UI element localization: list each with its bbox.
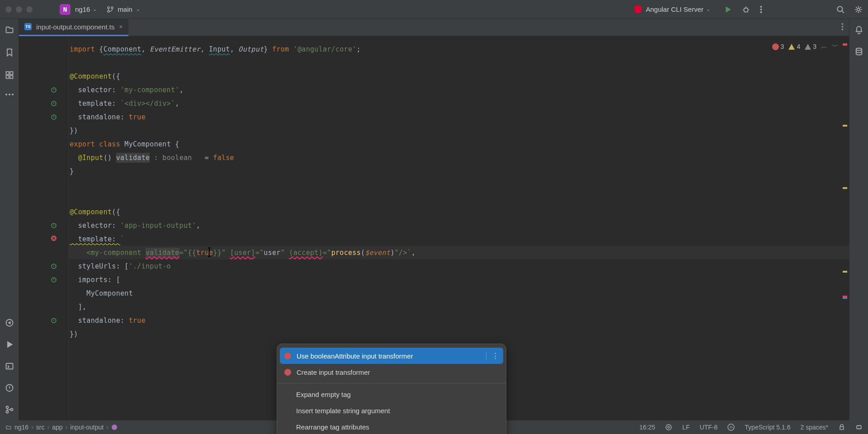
svg-point-8 (857, 8, 860, 11)
breadcrumb-item[interactable]: ng16 (5, 424, 28, 431)
error-gutter-icon[interactable] (51, 235, 57, 243)
svg-rect-17 (6, 363, 13, 369)
minimize-window[interactable] (16, 6, 22, 13)
bookmarks-tool-icon[interactable] (5, 48, 14, 57)
warning-icon (788, 44, 795, 50)
usages-icon[interactable] (51, 317, 57, 324)
project-name: ng16 (75, 5, 90, 13)
svg-rect-10 (10, 72, 13, 75)
svg-point-5 (760, 9, 762, 10)
submenu-icon[interactable]: ⋮ (486, 352, 499, 360)
breadcrumb-item[interactable]: input-output (70, 424, 104, 431)
editor-tab[interactable]: TS input-output.component.ts × (19, 19, 128, 36)
prev-highlight-icon[interactable]: ︿ (821, 42, 827, 51)
status-time: 16:25 (639, 424, 655, 431)
code-class: MyComponent (124, 140, 175, 148)
usages-icon[interactable] (51, 100, 57, 107)
svg-rect-11 (6, 75, 9, 78)
svg-point-36 (668, 426, 670, 428)
error-count: 3 (781, 43, 784, 50)
next-highlight-icon[interactable]: ﹀ (832, 42, 838, 51)
more-icon[interactable] (760, 5, 762, 14)
vcs-tool-icon[interactable] (5, 405, 14, 414)
notifications-icon[interactable] (854, 25, 863, 34)
code-identifier: Component (104, 45, 142, 53)
settings-icon[interactable] (854, 5, 863, 14)
more-tools-icon[interactable] (5, 93, 14, 96)
svg-point-22 (842, 23, 844, 25)
intention-action-item[interactable]: Expand empty tag (277, 386, 506, 402)
close-tab-icon[interactable]: × (119, 23, 123, 30)
inspection-widget[interactable]: 3 4 3 ︿ ﹀ (772, 42, 838, 51)
intention-action-item[interactable]: Insert template string argument (277, 402, 506, 419)
breadcrumb-item[interactable]: app (52, 424, 62, 431)
chevron-right-icon: › (31, 424, 33, 431)
svg-rect-38 (840, 427, 844, 429)
menu-item-label: Expand empty tag (296, 391, 351, 398)
code-identifier: EventEmitter (150, 45, 200, 53)
database-tool-icon[interactable] (854, 47, 863, 56)
branch-selector[interactable]: main ⌄ (107, 5, 140, 13)
usages-icon[interactable] (51, 263, 57, 269)
run-tool-icon[interactable] (5, 340, 14, 349)
usages-icon[interactable] (51, 87, 57, 93)
left-tool-rail (0, 19, 19, 420)
problems-tool-icon[interactable] (5, 383, 14, 392)
project-selector[interactable]: ng16 ⌄ (75, 5, 97, 13)
inferred-type: : boolean (150, 154, 200, 162)
breadcrumb-item[interactable]: src (36, 424, 45, 431)
ts-service-icon[interactable] (727, 424, 735, 431)
code-attr: validate (146, 248, 179, 258)
breadcrumb-symbol[interactable] (111, 424, 118, 430)
status-line-ending[interactable]: LF (682, 424, 689, 431)
svg-point-24 (842, 28, 844, 30)
menu-item-label: Rearrange tag attributes (296, 423, 369, 431)
highlight-icon[interactable] (665, 424, 672, 431)
run-icon[interactable] (724, 5, 732, 14)
status-indent[interactable]: 2 spaces* (801, 424, 828, 431)
svg-rect-39 (857, 426, 861, 429)
code-decorator: @Input (70, 154, 104, 162)
memory-icon[interactable] (855, 424, 863, 431)
angular-icon (634, 5, 642, 14)
status-language[interactable]: TypeScript 5.1.6 (745, 424, 790, 431)
svg-rect-9 (6, 72, 9, 75)
maximize-window[interactable] (26, 6, 33, 13)
menu-item-label: Create input transformer (297, 368, 370, 376)
terminal-tool-icon[interactable] (5, 362, 14, 371)
code-keyword: import (70, 45, 95, 53)
intention-action-item[interactable]: Rearrange tag attributes (277, 419, 506, 434)
code-string: '@angular/core' (293, 45, 357, 53)
tab-filename: input-output.component.ts (36, 23, 114, 31)
folder-icon (5, 424, 12, 430)
services-tool-icon[interactable] (5, 318, 14, 327)
project-tool-icon[interactable] (5, 25, 14, 34)
code-field: validate (116, 153, 150, 163)
gutter (19, 36, 69, 420)
error-bulb-icon (284, 353, 291, 359)
svg-point-2 (111, 7, 113, 9)
code-area[interactable]: import {Component, EventEmitter, Input, … (69, 36, 849, 420)
tab-more-icon[interactable] (841, 23, 844, 31)
editor[interactable]: import {Component, EventEmitter, Input, … (19, 36, 849, 420)
code-identifier: Output (238, 45, 264, 53)
svg-point-13 (5, 94, 7, 95)
window-controls[interactable] (5, 6, 33, 13)
search-icon[interactable] (836, 5, 844, 14)
code-decorator: @Component (70, 208, 112, 216)
close-window[interactable] (5, 6, 12, 13)
intention-action-item[interactable]: Use booleanAttribute input transformer ⋮ (280, 348, 503, 364)
svg-point-33 (856, 48, 862, 51)
debug-icon[interactable] (742, 5, 750, 14)
svg-point-23 (842, 26, 844, 28)
intention-action-item[interactable]: Create input transformer (277, 364, 506, 380)
readonly-icon[interactable] (838, 424, 845, 431)
structure-tool-icon[interactable] (5, 71, 14, 80)
chevron-right-icon: › (47, 424, 50, 431)
usages-icon[interactable] (51, 277, 57, 283)
error-stripe[interactable] (842, 42, 848, 414)
run-config-selector[interactable]: Angular CLI Server ⌄ (634, 5, 710, 14)
usages-icon[interactable] (51, 222, 57, 229)
status-encoding[interactable]: UTF-8 (700, 424, 718, 431)
usages-icon[interactable] (51, 114, 57, 120)
